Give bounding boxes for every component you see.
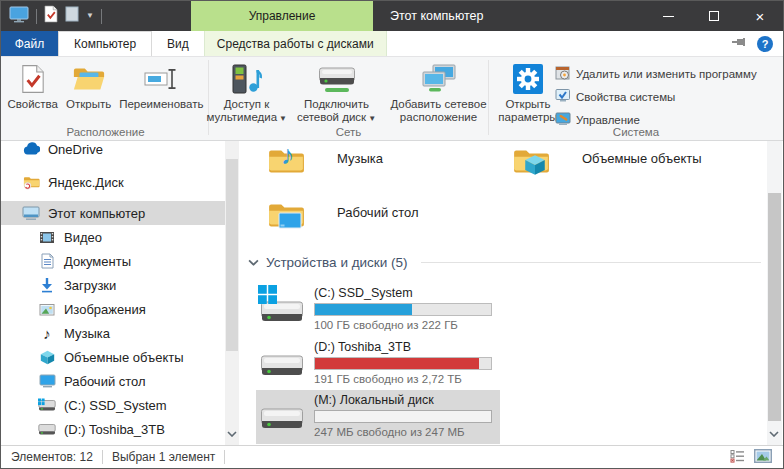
folder-tile-music[interactable]: ♪ Музыка <box>265 144 495 192</box>
this-pc-icon <box>22 204 40 222</box>
open-button[interactable]: Открыть <box>62 59 115 111</box>
group-label-system: Система <box>489 126 783 138</box>
properties-button[interactable]: Свойства <box>4 59 63 111</box>
sidebar-item-videos[interactable]: Видео <box>1 225 225 249</box>
ribbon: Свойства Открыть <box>1 57 783 141</box>
sidebar-item-3d-objects[interactable]: Объемные объекты <box>1 345 225 369</box>
drive-tile-d[interactable]: (D:) Toshiba_3TB 191 ГБ свободно из 2,72… <box>256 337 500 389</box>
window-title: Этот компьютер <box>390 1 483 31</box>
drive-name: (D:) Toshiba_3TB <box>314 340 492 354</box>
drive-usage-bar <box>314 303 492 316</box>
sidebar-item-music[interactable]: ♪ Музыка <box>1 321 225 345</box>
network-drive-icon <box>317 61 357 97</box>
status-bar: Элементов: 12 Выбран 1 элемент <box>1 445 783 468</box>
large-icons-view-icon[interactable] <box>754 449 772 466</box>
music-note-icon: ♪ <box>281 140 295 171</box>
drive-icon <box>260 349 304 381</box>
properties-icon <box>21 61 45 97</box>
pictures-icon <box>38 300 56 318</box>
sidebar-item-drive-d[interactable]: (D:) Toshiba_3TB <box>1 417 225 441</box>
add-network-location-button[interactable]: Добавить сетевое расположение <box>383 59 495 124</box>
close-button[interactable]: × <box>737 1 783 31</box>
content-scrollbar[interactable] <box>767 141 782 445</box>
drive-free-space: 100 ГБ свободно из 222 ГБ <box>314 319 492 331</box>
folder-tile-desktop[interactable]: Рабочий стол <box>265 198 495 246</box>
uninstall-program-button[interactable]: Удалить или изменить программу <box>555 62 757 85</box>
videos-icon <box>38 228 56 246</box>
toolbar-separator <box>36 9 37 24</box>
ribbon-group-system: Открыть параметры Удалить или изменить п… <box>489 57 783 140</box>
sidebar-scroll-down-icon[interactable] <box>227 423 237 441</box>
windows-logo-icon <box>258 285 277 304</box>
drive-tile-m[interactable]: (M:) Локальный диск 247 МБ свободно из 2… <box>256 390 500 444</box>
drive-icon <box>38 420 56 438</box>
customize-toolbar-caret[interactable]: ▼ <box>86 12 94 20</box>
folder-tile-3d-objects[interactable]: Объемные объекты <box>510 144 740 192</box>
3d-cube-icon <box>38 348 56 366</box>
open-folder-icon <box>72 61 106 97</box>
group-label-network: Сеть <box>209 126 488 138</box>
file-explorer-window: ▼ Управление Этот компьютер × Файл Компь… <box>0 0 784 469</box>
sidebar-scrollbar-thumb[interactable] <box>226 159 238 351</box>
drive-name: (C:) SSD_System <box>314 286 492 300</box>
items-count: Элементов: 12 <box>11 450 93 464</box>
documents-icon <box>38 252 56 270</box>
drive-free-space: 191 ГБ свободно из 2,72 ТБ <box>314 373 492 385</box>
tab-view[interactable]: Вид <box>152 31 204 56</box>
collapse-chevron-icon <box>248 259 259 266</box>
drive-usage-bar <box>314 357 492 370</box>
map-network-drive-button[interactable]: Подключить сетевой диск▼ <box>291 59 383 125</box>
desktop-icon <box>38 372 56 390</box>
tab-computer[interactable]: Компьютер <box>58 31 152 56</box>
rename-button[interactable]: Переименовать <box>115 59 207 111</box>
onedrive-cloud-icon <box>22 141 40 158</box>
sidebar-item-this-pc[interactable]: Этот компьютер <box>1 201 225 225</box>
sidebar-item-drive-c[interactable]: (C:) SSD_System <box>1 393 225 417</box>
this-pc-icon[interactable] <box>9 6 29 27</box>
drive-usage-bar <box>314 410 492 423</box>
maximize-button[interactable] <box>691 1 737 31</box>
help-icon[interactable]: ? <box>757 36 773 52</box>
sidebar-item-documents[interactable]: Документы <box>1 249 225 273</box>
drive-tile-c[interactable]: (C:) SSD_System 100 ГБ свободно из 222 Г… <box>256 283 500 335</box>
sidebar-item-pictures[interactable]: Изображения <box>1 297 225 321</box>
window-controls: × <box>645 1 783 31</box>
content-scrollbar-thumb[interactable] <box>768 193 781 421</box>
details-view-icon[interactable] <box>730 449 745 466</box>
content-pane: ♪ Музыка Объемные объекты Рабочий стол У… <box>241 141 783 445</box>
sidebar-item-desktop[interactable]: Рабочий стол <box>1 369 225 393</box>
status-separator <box>102 450 103 464</box>
system-properties-button[interactable]: Свойства системы <box>555 85 757 108</box>
devices-and-drives-section-header[interactable]: Устройства и диски (5) <box>248 255 761 270</box>
sidebar-item-downloads[interactable]: Загрузки <box>1 273 225 297</box>
ribbon-tab-row: Файл Компьютер Вид Средства работы с дис… <box>1 31 783 57</box>
media-server-icon <box>230 61 264 97</box>
sidebar-item-yandex-disk[interactable]: Яндекс.Диск <box>1 170 225 194</box>
new-folder-quick-icon[interactable] <box>65 6 79 26</box>
group-label-location: Расположение <box>3 126 208 138</box>
section-rule <box>421 262 761 263</box>
drive-free-space: 247 МБ свободно из 247 МБ <box>314 426 492 438</box>
settings-gear-icon <box>513 61 543 97</box>
minimize-button[interactable] <box>645 1 691 31</box>
pin-ribbon-icon[interactable] <box>731 35 747 53</box>
contextual-tab-management[interactable]: Управление <box>191 1 373 31</box>
rename-icon <box>144 61 178 97</box>
quick-access-toolbar: ▼ <box>9 1 102 31</box>
properties-quick-icon[interactable] <box>44 5 58 27</box>
status-separator <box>224 450 225 464</box>
music-note-icon: ♪ <box>38 324 56 342</box>
media-access-button[interactable]: Доступ к мультимедиа▼ <box>203 59 291 125</box>
yandex-disk-icon <box>22 173 40 191</box>
tab-file[interactable]: Файл <box>1 31 58 56</box>
network-location-icon <box>421 61 457 97</box>
sidebar-scrollbar[interactable] <box>225 141 239 445</box>
sidebar-item-onedrive[interactable]: OneDrive <box>1 141 225 161</box>
ribbon-group-network: Доступ к мультимедиа▼ Подключить сетевой… <box>209 57 488 140</box>
dropdown-caret: ▼ <box>368 114 376 123</box>
content-scroll-down-icon[interactable] <box>769 423 779 441</box>
open-settings-button[interactable]: Открыть параметры <box>493 59 563 124</box>
ribbon-group-location: Свойства Открыть <box>3 57 208 140</box>
tab-disk-tools[interactable]: Средства работы с дисками <box>204 31 387 56</box>
system-properties-icon <box>555 88 571 106</box>
